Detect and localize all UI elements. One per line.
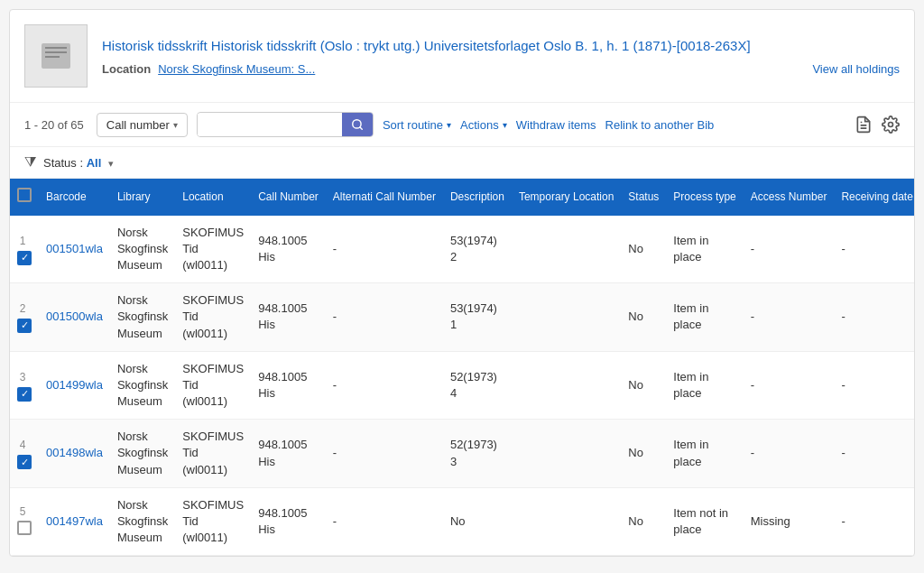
access-number-cell: - [834, 420, 914, 488]
row-checkbox[interactable] [17, 521, 32, 535]
temp-location-cell [512, 283, 621, 352]
status-cell: No [621, 420, 666, 488]
col-library: Library [110, 179, 175, 216]
record-info: Historisk tidsskrift Historisk tidsskrif… [102, 36, 900, 76]
status-cell: No [621, 487, 666, 556]
search-button[interactable] [342, 113, 373, 136]
row-checkbox[interactable] [17, 387, 32, 402]
item-place-cell: Item in place [666, 283, 743, 352]
col-temp-location: Temporary Location [512, 179, 621, 216]
settings-icon-button[interactable] [882, 116, 900, 134]
access-number-cell: - [834, 283, 914, 352]
col-call-number: Call Number [251, 179, 326, 216]
call-number-cell: 948.1005 His [251, 487, 326, 556]
relink-bib-link[interactable]: Relink to another Bib [605, 118, 715, 132]
col-location: Location [175, 179, 251, 216]
table-row: 3001499wlaNorsk Skogfinsk MuseumSKOFIMUS… [10, 351, 914, 420]
row-checkbox[interactable] [17, 455, 32, 469]
row-number: 4 [20, 439, 26, 451]
row-checkbox[interactable] [17, 251, 32, 265]
location-cell: SKOFIMUS Tid (wl0011) [175, 216, 251, 283]
alt-call-cell: - [326, 487, 443, 556]
toolbar: 1 - 20 of 65 Call number ▾ Sort routine … [10, 103, 914, 147]
status-cell: No [621, 216, 666, 283]
select-all-checkbox[interactable] [17, 188, 32, 202]
item-place-cell: Item in place [666, 420, 743, 488]
description-cell: 52(1973) 3 [443, 420, 512, 488]
process-type-cell: - [744, 351, 835, 420]
record-location: Location Norsk Skogfinsk Museum: S... Vi… [102, 62, 900, 76]
temp-location-cell [512, 351, 621, 420]
location-value[interactable]: Norsk Skogfinsk Museum: S... [158, 62, 315, 76]
row-number: 1 [20, 235, 26, 247]
call-number-dropdown[interactable]: Call number ▾ [97, 113, 188, 137]
svg-point-6 [889, 123, 893, 127]
filter-bar: ⧩ Status : All ▾ [10, 147, 914, 179]
description-cell: 53(1974) 2 [443, 216, 512, 283]
table-row: 4001498wlaNorsk Skogfinsk MuseumSKOFIMUS… [10, 420, 914, 488]
status-cell: No [621, 283, 666, 352]
location-cell: SKOFIMUS Tid (wl0011) [175, 420, 251, 488]
call-number-cell: 948.1005 His [251, 216, 326, 283]
export-icon-button[interactable] [855, 116, 873, 134]
barcode-link[interactable]: 001498wla [46, 446, 103, 459]
record-title: Historisk tidsskrift Historisk tidsskrif… [102, 36, 900, 55]
search-input[interactable] [198, 114, 342, 136]
location-cell: SKOFIMUS Tid (wl0011) [175, 351, 251, 420]
alt-call-cell: - [326, 283, 443, 352]
results-count: 1 - 20 of 65 [24, 118, 84, 132]
row-checkbox-cell: 1 [10, 216, 39, 283]
table-row: 1001501wlaNorsk Skogfinsk MuseumSKOFIMUS… [10, 216, 914, 283]
library-cell: Norsk Skogfinsk Museum [110, 216, 175, 283]
alt-call-cell: - [326, 351, 443, 420]
barcode-link[interactable]: 001501wla [46, 242, 103, 255]
barcode-link[interactable]: 001497wla [46, 514, 103, 528]
svg-rect-1 [45, 47, 67, 49]
header-checkbox-col [10, 179, 39, 216]
description-cell: 53(1974) 1 [443, 283, 512, 352]
item-place-cell: Item in place [666, 351, 743, 420]
call-number-cell: 948.1005 His [251, 420, 326, 488]
col-alt-call-number: Alternati Call Number [326, 179, 443, 216]
col-process-type: Process type [666, 179, 743, 216]
sort-dropdown-arrow: ▾ [173, 120, 178, 130]
record-header: Historisk tidsskrift Historisk tidsskrif… [10, 10, 914, 103]
alt-call-cell: - [326, 216, 443, 283]
row-checkbox[interactable] [17, 319, 32, 333]
process-type-cell: - [744, 283, 835, 352]
barcode-link[interactable]: 001499wla [46, 378, 103, 392]
location-cell: SKOFIMUS Tid (wl0011) [175, 487, 251, 556]
table-row: 2001500wlaNorsk Skogfinsk MuseumSKOFIMUS… [10, 283, 914, 352]
call-number-cell: 948.1005 His [251, 283, 326, 352]
items-table-wrapper: Barcode Library Location Call Number Alt… [10, 179, 914, 556]
svg-rect-3 [45, 56, 60, 58]
access-number-cell: - [834, 487, 914, 556]
row-number: 2 [20, 302, 26, 315]
row-number: 3 [20, 371, 26, 384]
process-type-cell: Missing [744, 487, 835, 556]
items-table: Barcode Library Location Call Number Alt… [10, 179, 914, 556]
col-status: Status [621, 179, 666, 216]
filter-value[interactable]: All [87, 156, 102, 170]
row-checkbox-cell: 3 [10, 351, 39, 420]
temp-location-cell [512, 487, 621, 556]
access-number-cell: - [834, 351, 914, 420]
actions-arrow: ▾ [503, 120, 507, 130]
temp-location-cell [512, 216, 621, 283]
filter-label: Status : All ▾ [43, 156, 114, 170]
description-cell: No [443, 487, 512, 556]
filter-dropdown-arrow[interactable]: ▾ [108, 158, 114, 169]
barcode-link[interactable]: 001500wla [46, 310, 103, 323]
withdraw-items-link[interactable]: Withdraw items [516, 118, 596, 132]
filter-icon: ⧩ [24, 154, 36, 171]
row-checkbox-cell: 2 [10, 283, 39, 352]
alt-call-cell: - [326, 420, 443, 488]
view-holdings-link[interactable]: View all holdings [812, 62, 900, 76]
actions-dropdown[interactable]: Actions ▾ [460, 118, 507, 132]
search-box [197, 112, 374, 137]
library-cell: Norsk Skogfinsk Museum [110, 420, 175, 488]
item-place-cell: Item in place [666, 216, 743, 283]
call-number-cell: 948.1005 His [251, 351, 326, 420]
sort-routine-dropdown[interactable]: Sort routine ▾ [383, 118, 451, 132]
location-cell: SKOFIMUS Tid (wl0011) [175, 283, 251, 352]
